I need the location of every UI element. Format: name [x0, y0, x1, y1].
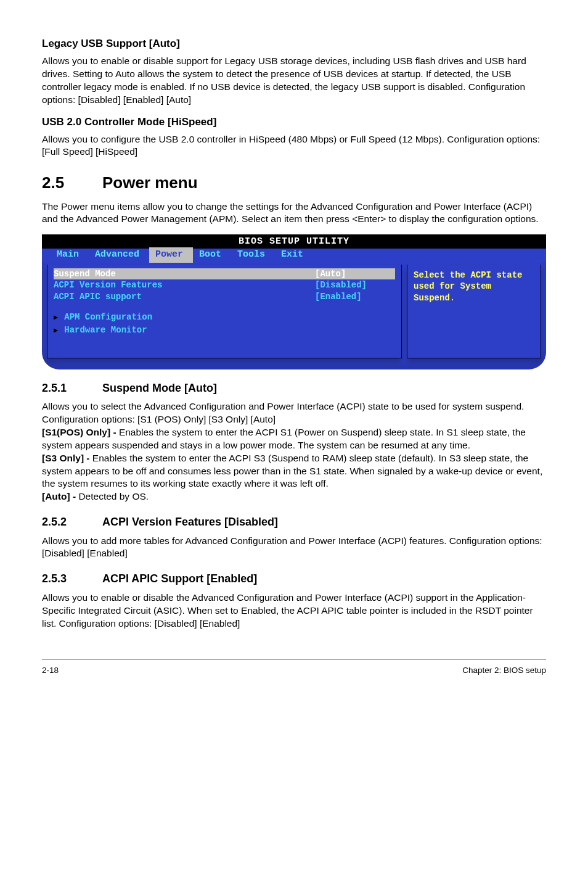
chevron-right-icon: ▶ [54, 326, 58, 336]
bios-tab-main[interactable]: Main [51, 247, 89, 262]
bios-left-panel: Suspend Mode [Auto] ACPI Version Feature… [47, 265, 402, 358]
legacy-usb-body: Allows you to enable or disable support … [42, 55, 546, 107]
page-number: 2-18 [42, 665, 59, 676]
bios-label: Suspend Mode [54, 268, 315, 280]
power-menu-body: The Power menu items allow you to change… [42, 200, 546, 226]
acpi-apic-heading: 2.5.3ACPI APIC Support [Enabled] [42, 571, 546, 586]
chapter-label: Chapter 2: BIOS setup [462, 665, 546, 676]
subsection-title: Suspend Mode [Auto] [102, 382, 217, 394]
bios-label: ACPI Version Features [54, 279, 315, 291]
bios-row-acpi-version[interactable]: ACPI Version Features [Disabled] [54, 279, 395, 291]
bios-tab-power[interactable]: Power [149, 247, 193, 262]
bios-tab-bar: Main Advanced Power Boot Tools Exit [42, 249, 546, 262]
suspend-mode-s3: [S3 Only] - Enables the system to enter … [42, 452, 546, 491]
power-menu-title: 2.5Power menu [42, 172, 546, 194]
bios-tab-advanced[interactable]: Advanced [89, 247, 149, 262]
bios-value: [Disabled] [315, 279, 395, 291]
bios-help-panel: Select the ACPI state used for System Su… [407, 265, 541, 358]
bios-value: [Auto] [315, 268, 395, 280]
section-name: Power menu [102, 173, 198, 192]
bios-value: [Enabled] [315, 291, 395, 303]
usb20-heading: USB 2.0 Controller Mode [HiSpeed] [42, 115, 546, 130]
auto-label: [Auto] - [42, 491, 78, 501]
page-footer: 2-18 Chapter 2: BIOS setup [42, 659, 546, 676]
bios-tab-exit[interactable]: Exit [275, 247, 313, 262]
bios-tab-tools[interactable]: Tools [231, 247, 275, 262]
bios-submenu-hwmon[interactable]: ▶ Hardware Monitor [54, 324, 395, 336]
suspend-mode-heading: 2.5.1Suspend Mode [Auto] [42, 381, 546, 395]
s3-text: Enables the system to enter the ACPI S3 … [42, 453, 542, 489]
acpi-apic-body: Allows you to enable or disable the Adva… [42, 592, 546, 630]
s3-label: [S3 Only] - [42, 453, 92, 463]
bios-body: Suspend Mode [Auto] ACPI Version Feature… [42, 265, 546, 358]
acpi-version-body: Allows you to add more tables for Advanc… [42, 535, 546, 561]
bios-screenshot: BIOS SETUP UTILITY Main Advanced Power B… [42, 234, 546, 369]
chevron-right-icon: ▶ [54, 313, 58, 323]
bios-submenu-label: APM Configuration [64, 311, 152, 323]
auto-text: Detected by OS. [78, 491, 149, 501]
bios-row-suspend-mode[interactable]: Suspend Mode [Auto] [54, 268, 395, 280]
bios-title: BIOS SETUP UTILITY [42, 234, 546, 248]
bios-label: ACPI APIC support [54, 291, 315, 303]
suspend-mode-auto: [Auto] - Detected by OS. [42, 490, 546, 503]
legacy-usb-heading: Legacy USB Support [Auto] [42, 37, 546, 51]
section-number: 2.5 [42, 172, 102, 194]
subsection-title: ACPI APIC Support [Enabled] [102, 572, 257, 585]
suspend-mode-s1: [S1(POS) Only] - Enables the system to e… [42, 426, 546, 452]
bios-submenu-label: Hardware Monitor [64, 324, 147, 336]
bios-row-acpi-apic[interactable]: ACPI APIC support [Enabled] [54, 291, 395, 303]
bios-tab-boot[interactable]: Boot [193, 247, 231, 262]
acpi-version-heading: 2.5.2ACPI Version Features [Disabled] [42, 514, 546, 529]
subsection-title: ACPI Version Features [Disabled] [102, 516, 278, 528]
suspend-mode-intro: Allows you to select the Advanced Config… [42, 400, 546, 426]
usb20-body: Allows you to configure the USB 2.0 cont… [42, 133, 546, 159]
bios-help-text: Select the ACPI state used for System Su… [414, 270, 522, 303]
subsection-number: 2.5.1 [42, 381, 102, 395]
subsection-number: 2.5.2 [42, 514, 102, 529]
subsection-number: 2.5.3 [42, 571, 102, 586]
bios-submenu-apm[interactable]: ▶ APM Configuration [54, 311, 395, 323]
s1-label: [S1(POS) Only] - [42, 427, 119, 437]
